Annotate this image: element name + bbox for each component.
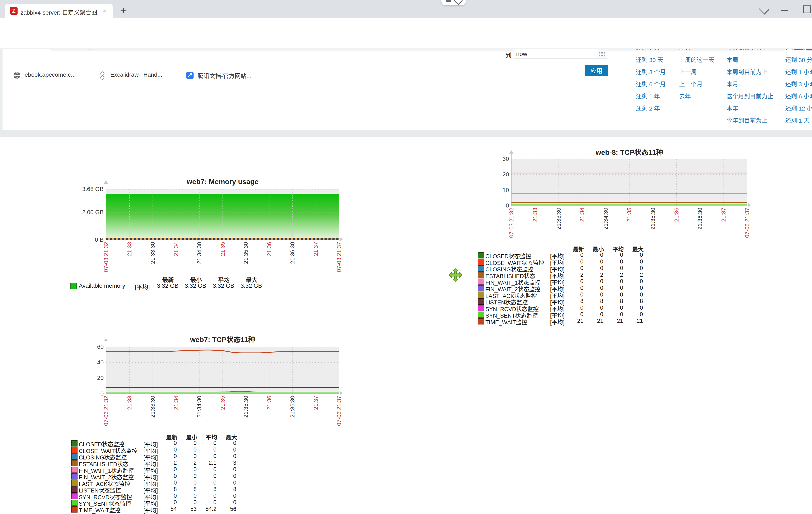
time-quick-link[interactable]: 还剩 3 小时 <box>785 80 812 88</box>
graph-canvas[interactable] <box>512 159 747 206</box>
x-axis-label: 07-03 21:37 <box>744 208 751 238</box>
legend-color-swatch <box>478 285 484 291</box>
time-quick-link[interactable]: 还剩 3 个月 <box>636 67 666 76</box>
y-axis-label: 10 <box>480 187 509 194</box>
time-quick-link[interactable]: 本周 <box>727 55 738 64</box>
graph-canvas[interactable] <box>106 347 339 394</box>
x-axis-label: 21:33:30 <box>149 396 156 418</box>
y-axis-label: 60 <box>75 343 104 350</box>
legend-color-swatch <box>70 283 77 289</box>
y-axis-label: 30 <box>480 156 509 162</box>
calendar-picker-button[interactable] <box>597 50 607 59</box>
time-quick-link[interactable]: 还剩 12 小时 <box>785 104 812 112</box>
x-axis-label: 21:33 <box>532 208 539 222</box>
x-axis-label: 21:35 <box>626 208 633 222</box>
x-axis-label: 21:33 <box>126 396 133 410</box>
legend-color-swatch <box>71 473 78 480</box>
y-axis-line <box>106 342 106 394</box>
tab-search-chevron-icon[interactable] <box>759 4 770 15</box>
x-axis-label: 21:35:30 <box>242 242 249 264</box>
time-to-input[interactable] <box>514 49 598 59</box>
x-axis-label: 21:36:30 <box>289 242 296 264</box>
window-maximize-button[interactable] <box>803 5 811 13</box>
time-quick-link[interactable]: 本月 <box>727 80 738 88</box>
apply-button[interactable]: 应用 <box>585 65 608 76</box>
y-axis-arrow-icon <box>104 180 108 184</box>
legend-color-swatch <box>71 460 78 466</box>
time-quick-link[interactable]: 还剩 15 分钟 <box>785 49 812 52</box>
legend-stat-value: 0 <box>612 285 643 291</box>
legend-color-swatch <box>71 486 78 493</box>
legend-stat-value: 0 <box>205 447 236 453</box>
legend-stat-value: 0 <box>205 480 236 486</box>
window-minimize-button[interactable] <box>781 9 788 11</box>
legend-series-name: Available memory <box>79 283 125 289</box>
y-axis-label: 0 <box>75 390 104 397</box>
chart-title: web-8: TCP状态11种 <box>512 147 747 157</box>
time-quick-link[interactable]: 今天到目前为止 <box>727 49 767 52</box>
x-axis-label: 21:34:30 <box>196 242 203 264</box>
bookmark-item[interactable]: 腾讯文档-官方网站... <box>198 72 251 80</box>
legend-color-swatch <box>478 305 484 311</box>
time-quick-link[interactable]: 这个月到目前为止 <box>727 92 773 100</box>
time-quick-link[interactable]: 还剩 1 年 <box>636 92 660 100</box>
y-axis-label: 40 <box>75 359 104 366</box>
x-axis-label: 21:36:30 <box>697 208 703 230</box>
x-axis-label: 21:36 <box>266 396 273 410</box>
time-quick-link[interactable]: 上一个月 <box>679 80 702 88</box>
bookmark-item[interactable]: Excalidraw | Hand... <box>110 72 162 78</box>
time-quick-link[interactable]: 还剩 6 个月 <box>636 80 666 88</box>
legend-stat-value: 8 <box>205 486 236 492</box>
time-quick-link[interactable]: 上一周 <box>679 67 697 76</box>
time-quick-link[interactable]: 还剩 30 分钟 <box>785 55 812 64</box>
legend-stat-value: 3.32 GB <box>229 283 262 289</box>
legend-stat-value: 56 <box>205 506 236 512</box>
move-cursor-icon[interactable] <box>448 267 463 283</box>
x-axis-label: 21:35:30 <box>242 396 249 418</box>
chart-title: web7: TCP状态11种 <box>106 334 339 344</box>
tencent-docs-icon <box>185 71 194 80</box>
x-axis-label: 21:33 <box>126 242 133 256</box>
time-quick-link[interactable]: 本年 <box>727 104 738 112</box>
time-quick-link[interactable]: 还剩 2 年 <box>636 104 660 112</box>
x-axis-label: 07-03 21:32 <box>103 242 110 272</box>
time-quick-link[interactable]: 还剩 30 天 <box>636 55 663 64</box>
x-axis-label: 07-03 21:37 <box>336 242 343 272</box>
time-quick-link[interactable]: 还剩 7 天 <box>636 49 660 52</box>
time-quick-link[interactable]: 上周的这一天 <box>679 55 714 64</box>
x-axis-label: 21:34:30 <box>196 396 203 418</box>
time-quick-link[interactable]: 本周到目前为止 <box>727 67 767 76</box>
x-axis-label: 21:34:30 <box>602 208 609 230</box>
tab-close-icon[interactable]: × <box>100 7 109 15</box>
legend-stat-value: 0 <box>205 453 236 459</box>
time-quick-link[interactable]: 今年到目前为止 <box>727 116 767 124</box>
time-quick-link[interactable]: 还剩 6 小时 <box>785 92 812 100</box>
pill-dash-icon <box>446 0 451 2</box>
x-axis-arrow-icon <box>340 237 343 241</box>
page-left-margin <box>0 49 2 130</box>
legend-color-swatch <box>71 493 78 499</box>
legend-color-swatch <box>71 447 78 453</box>
legend-stat-value: 21 <box>612 318 643 324</box>
legend-stat-value: 3 <box>205 460 236 466</box>
time-quick-link[interactable]: 还剩 1 小时 <box>785 67 812 76</box>
tab-title: zabbix4-server: 自定义聚合图形 <box>21 8 98 15</box>
x-axis-label: 07-03 21:32 <box>508 208 515 238</box>
x-axis-label: 21:37 <box>720 208 727 222</box>
time-quick-link[interactable]: 昨天 <box>679 49 691 52</box>
graph-canvas[interactable] <box>106 189 339 240</box>
time-quick-link[interactable]: 去年 <box>679 92 691 100</box>
bookmark-item[interactable]: ebook.apecome.c... <box>25 72 76 78</box>
new-tab-button[interactable]: + <box>118 5 129 17</box>
legend-color-swatch <box>71 506 78 513</box>
floating-capture-pill[interactable] <box>441 0 466 5</box>
browser-tab-strip: Z zabbix4-server: 自定义聚合图形 × + <box>0 0 812 19</box>
x-axis-label: 21:36:30 <box>289 396 296 418</box>
y-axis-arrow-icon <box>104 338 108 341</box>
x-axis-label: 21:37 <box>313 396 319 410</box>
browser-tab[interactable]: Z zabbix4-server: 自定义聚合图形 × <box>5 4 113 19</box>
time-quick-link[interactable]: 还剩 1 天 <box>785 116 809 124</box>
x-axis-label: 21:35 <box>220 242 226 256</box>
legend-series-name: TIME_WAIT监控 <box>79 506 121 514</box>
legend-color-swatch <box>478 252 484 258</box>
